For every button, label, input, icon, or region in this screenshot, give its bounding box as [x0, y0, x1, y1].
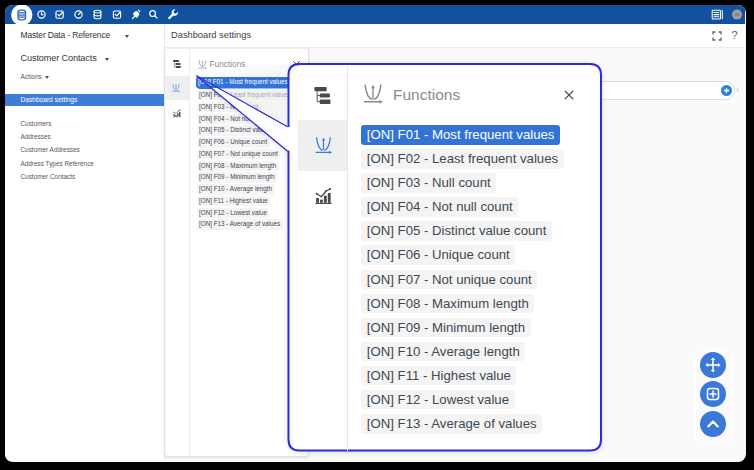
svg-text:aa: aa: [734, 12, 740, 17]
